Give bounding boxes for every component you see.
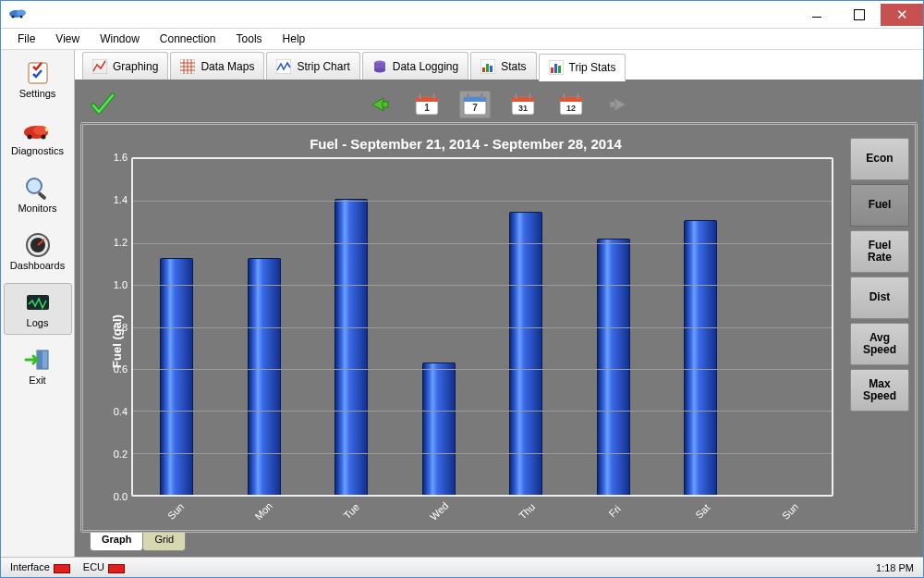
apply-check-icon[interactable] [90, 92, 116, 117]
svg-rect-35 [551, 68, 553, 73]
status-clock: 1:18 PM [876, 562, 914, 573]
tab-label: Data Logging [393, 60, 458, 73]
title-bar: ✕ [1, 1, 923, 29]
svg-point-9 [44, 128, 49, 131]
chart-area: Fuel - September 21, 2014 - September 28… [80, 122, 918, 533]
menu-bar: File View Window Connection Tools Help [1, 29, 923, 49]
svg-rect-59 [610, 102, 615, 107]
settings-icon [22, 60, 54, 86]
app-window: ✕ File View Window Connection Tools Help… [0, 0, 924, 578]
range-week-button[interactable]: 7 [459, 91, 491, 118]
sidebar: Settings Diagnostics Monitors Dashboards [1, 50, 75, 557]
chart-bar [422, 363, 456, 495]
menu-connection[interactable]: Connection [151, 31, 225, 47]
logs-icon [22, 289, 54, 315]
magnifier-icon [22, 175, 54, 201]
tab-label: Data Maps [201, 60, 254, 73]
window-minimize-button[interactable] [796, 4, 838, 26]
svg-rect-31 [482, 68, 485, 72]
sidebar-item-dashboards[interactable]: Dashboards [4, 226, 72, 277]
tab-strip-chart[interactable]: Strip Chart [266, 52, 359, 80]
exit-icon [22, 347, 54, 373]
tab-label: Strip Chart [297, 60, 349, 73]
svg-point-10 [27, 178, 42, 193]
car-icon [22, 117, 54, 143]
svg-rect-51 [515, 93, 517, 99]
chart-bar [160, 258, 193, 495]
interface-lamp-icon [54, 564, 70, 573]
data-logging-icon [372, 59, 387, 74]
svg-rect-38 [383, 102, 388, 107]
svg-text:31: 31 [518, 104, 528, 113]
svg-rect-41 [419, 93, 421, 99]
metric-econ-button[interactable]: Econ [850, 138, 909, 180]
metric-fuel-button[interactable]: Fuel [850, 184, 909, 227]
nav-next-button[interactable] [603, 91, 635, 118]
svg-text:7: 7 [472, 103, 478, 113]
svg-rect-52 [529, 93, 531, 99]
menu-tools[interactable]: Tools [227, 31, 272, 47]
sidebar-item-settings[interactable]: Settings [4, 54, 72, 105]
strip-chart-icon [276, 59, 291, 74]
svg-rect-57 [577, 93, 579, 99]
tab-strip: Graphing Data Maps Strip Chart Data Logg… [75, 50, 923, 81]
status-bar: Interface ECU 1:18 PM [1, 557, 923, 577]
trip-stats-icon [549, 60, 564, 75]
status-ecu: ECU [83, 561, 125, 572]
metric-dist-button[interactable]: Dist [850, 277, 909, 319]
window-close-button[interactable]: ✕ [881, 4, 923, 26]
metric-max-speed-button[interactable]: Max Speed [850, 369, 909, 412]
graphing-icon [92, 59, 107, 74]
tab-label: Graphing [113, 60, 158, 73]
sidebar-item-logs[interactable]: Logs [4, 283, 72, 335]
metric-fuel-rate-button[interactable]: Fuel Rate [850, 230, 909, 273]
trip-toolbar: 1 7 31 12 [80, 87, 918, 122]
svg-rect-47 [480, 93, 483, 99]
tab-data-maps[interactable]: Data Maps [170, 52, 264, 80]
tab-stats[interactable]: Stats [470, 52, 536, 80]
tab-data-logging[interactable]: Data Logging [362, 52, 468, 80]
svg-point-8 [41, 135, 45, 140]
svg-text:12: 12 [566, 104, 576, 113]
sidebar-item-label: Logs [6, 317, 69, 328]
sidebar-item-label: Diagnostics [6, 145, 69, 156]
data-maps-icon [180, 59, 195, 74]
tab-graphing[interactable]: Graphing [82, 52, 168, 80]
nav-prev-button[interactable] [363, 91, 395, 118]
main-area: Graphing Data Maps Strip Chart Data Logg… [75, 50, 923, 557]
svg-point-3 [19, 15, 22, 18]
metric-panel: Econ Fuel Fuel Rate Dist Avg Speed Max S… [850, 130, 909, 524]
chart-bar [597, 239, 630, 495]
window-maximize-button[interactable] [838, 4, 881, 26]
svg-rect-37 [558, 66, 561, 73]
sidebar-item-diagnostics[interactable]: Diagnostics [4, 111, 72, 163]
menu-file[interactable]: File [8, 31, 44, 47]
sidebar-item-monitors[interactable]: Monitors [4, 168, 72, 220]
menu-view[interactable]: View [46, 31, 89, 47]
range-month-button[interactable]: 31 [507, 91, 539, 118]
sidebar-item-label: Monitors [6, 203, 69, 214]
ecu-lamp-icon [108, 564, 125, 573]
svg-rect-11 [37, 191, 46, 200]
svg-rect-46 [467, 93, 469, 99]
chart-title: Fuel - September 21, 2014 - September 28… [89, 130, 843, 154]
trip-stats-panel: 1 7 31 12 [75, 81, 923, 557]
tab-label: Stats [501, 60, 526, 73]
tab-trip-stats[interactable]: Trip Stats [539, 54, 626, 81]
sidebar-item-label: Exit [6, 375, 69, 386]
gauge-icon [22, 232, 54, 258]
svg-point-7 [27, 135, 31, 140]
view-tab-graph[interactable]: Graph [90, 533, 143, 551]
menu-help[interactable]: Help [274, 31, 315, 47]
range-day-button[interactable]: 1 [411, 91, 443, 118]
metric-avg-speed-button[interactable]: Avg Speed [850, 323, 909, 365]
chart-bar [248, 258, 281, 495]
stats-icon [480, 59, 495, 74]
range-year-button[interactable]: 12 [555, 91, 587, 118]
app-icon [8, 7, 27, 22]
svg-point-29 [374, 68, 385, 72]
status-interface: Interface [10, 561, 70, 572]
tab-label: Trip Stats [569, 61, 616, 74]
sidebar-item-exit[interactable]: Exit [4, 340, 72, 392]
menu-window[interactable]: Window [91, 31, 149, 47]
